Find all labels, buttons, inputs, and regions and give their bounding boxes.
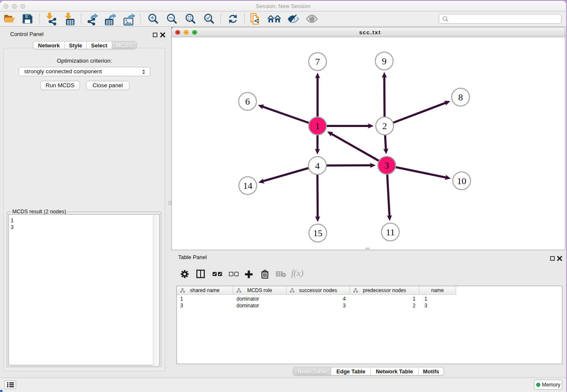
svg-text:15: 15 [313,228,322,238]
svg-text:2: 2 [383,121,387,131]
svg-text:1: 1 [315,121,320,131]
svg-text:3: 3 [385,160,389,171]
svg-text:14: 14 [243,180,253,191]
svg-text:7: 7 [315,56,320,67]
svg-text:10: 10 [457,176,466,186]
svg-text:11: 11 [386,227,395,237]
svg-text:9: 9 [382,56,387,66]
svg-text:4: 4 [315,160,320,171]
svg-text:8: 8 [458,92,463,102]
svg-text:6: 6 [245,96,250,107]
